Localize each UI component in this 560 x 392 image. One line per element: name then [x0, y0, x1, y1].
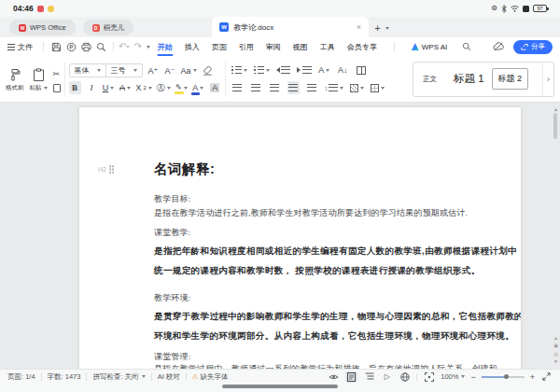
read-mode-button[interactable] — [328, 371, 340, 383]
print-button[interactable] — [79, 40, 92, 53]
decrease-font-button[interactable]: A⁻ — [164, 64, 176, 77]
superscript-button[interactable]: X2 — [136, 81, 152, 94]
find-replace-button[interactable] — [94, 40, 107, 53]
tab-home[interactable]: 开始 — [158, 37, 173, 56]
undo-chevron-icon[interactable] — [126, 46, 130, 49]
search-icon[interactable] — [460, 40, 473, 53]
close-tab-icon[interactable]: × — [357, 22, 361, 32]
cloud-sync-icon[interactable] — [492, 40, 505, 53]
text-effects-button[interactable]: Ⓐ — [157, 81, 171, 94]
tab-review[interactable]: 审阅 — [266, 37, 281, 56]
home-indicator[interactable] — [222, 385, 338, 388]
vertical-scrollbar-thumb[interactable] — [553, 113, 557, 139]
zoom-slider[interactable] — [482, 376, 525, 378]
underline-button[interactable]: U — [103, 81, 115, 94]
align-distribute-button[interactable] — [306, 81, 318, 94]
shading-button[interactable] — [350, 81, 364, 94]
font-size-select[interactable]: 三号 — [106, 65, 142, 76]
italic-button[interactable]: I — [86, 81, 98, 94]
numbered-list-button[interactable] — [254, 63, 270, 77]
scroll-up-icon[interactable]: ▴ — [554, 105, 557, 112]
highlighter-button[interactable]: ✎ — [175, 81, 188, 94]
next-page-icon[interactable]: ▼ — [553, 359, 558, 364]
file-menu-button[interactable]: 文件 — [7, 42, 33, 52]
web-view-button[interactable] — [399, 371, 411, 383]
zoom-out-button[interactable]: − — [470, 372, 475, 382]
play-slideshow-button[interactable]: ▷ — [381, 371, 393, 383]
styles-more-chevron-icon[interactable]: › — [542, 63, 553, 96]
prev-page-icon[interactable]: ▲ — [553, 336, 558, 341]
doc-paragraph[interactable]: 课堂管理: — [154, 351, 191, 363]
doc-paragraph[interactable]: 教学环境: — [154, 292, 191, 304]
spellcheck-toggle[interactable]: 拼写检查: 关闭 — [92, 372, 145, 382]
doc-paragraph[interactable]: 环境和学生学的环境两部分。从内容上构成看，它包括生理环境，物理环境和心理环境。 — [154, 330, 514, 343]
align-center-button[interactable] — [250, 81, 262, 94]
font-name-select[interactable]: 黑体 — [70, 65, 105, 76]
focus-mode-button[interactable] — [423, 371, 435, 383]
toolbar-options-chevron-icon[interactable] — [147, 46, 150, 49]
tab-docer[interactable]: D 稻壳儿 — [83, 20, 134, 35]
text-direction-button[interactable]: A — [318, 63, 330, 77]
increase-indent-button[interactable] — [297, 63, 312, 77]
clear-format-button[interactable] — [202, 64, 214, 77]
cut-icon[interactable]: ✂ — [53, 70, 61, 78]
tab-wps-ai[interactable]: WPS AI — [412, 37, 448, 56]
zoom-in-button[interactable]: + — [530, 372, 535, 382]
redo-icon[interactable]: ↷ — [133, 42, 141, 51]
zoom-level-select[interactable]: 100% — [441, 372, 465, 381]
tab-view[interactable]: 视图 — [293, 37, 308, 56]
document-page[interactable]: H2 名词解释: 教学目标: 是指在教学活动进行之前,教师和学生对教学活动所要达… — [79, 107, 521, 369]
tab-insert[interactable]: 插入 — [185, 37, 200, 56]
tab-list-chevron-icon[interactable] — [385, 27, 389, 30]
paragraph-drag-handle[interactable]: H2 — [98, 165, 115, 174]
save-button[interactable] — [49, 40, 63, 53]
word-count[interactable]: 字数: 1473 — [48, 372, 81, 382]
zoom-slider-knob[interactable] — [504, 374, 509, 379]
strikethrough-button[interactable]: A — [119, 81, 132, 94]
copy-icon[interactable] — [53, 84, 61, 92]
outline-view-button[interactable] — [363, 371, 375, 383]
line-spacing-button[interactable]: ↕ — [325, 81, 344, 94]
new-tab-button[interactable]: + — [374, 22, 380, 34]
share-button[interactable]: 分享 — [513, 40, 553, 54]
browse-page-icon[interactable]: ▣ — [553, 343, 558, 348]
ai-proofread-button[interactable]: AI 校对 — [158, 372, 180, 382]
decrease-indent-button[interactable] — [276, 63, 291, 77]
bullet-list-button[interactable] — [231, 63, 247, 77]
tab-page[interactable]: 页面 — [212, 37, 227, 56]
increase-font-button[interactable]: A⁺ — [147, 64, 160, 77]
tab-tools[interactable]: 工具 — [320, 37, 335, 56]
change-case-button[interactable]: Aa — [181, 64, 197, 77]
export-pdf-button[interactable] — [64, 40, 77, 53]
doc-heading[interactable]: 名词解释: — [154, 161, 215, 178]
align-justify-button[interactable] — [287, 81, 300, 94]
columns-button[interactable] — [356, 63, 368, 77]
doc-paragraph[interactable]: 是指在教学活动进行之前,教师和学生对教学活动所要达到的学习结果的预期或估计. — [154, 207, 468, 219]
missing-font-warning[interactable]: ⚠ 缺失字体 — [192, 372, 229, 382]
style-body-text[interactable]: 正文 — [413, 75, 446, 84]
tab-reference[interactable]: 引用 — [239, 37, 254, 56]
doc-paragraph[interactable]: 是贯穿于教学过程中的影响教师和学生学的生理，物理与心理因素的总和，它包括教师教的 — [154, 311, 521, 323]
tab-member[interactable]: 会员专享 — [347, 37, 377, 56]
borders-button[interactable] — [371, 81, 385, 94]
align-left-button[interactable] — [231, 81, 244, 94]
tab-wps-office[interactable]: W WPS Office — [9, 20, 76, 35]
font-color-button[interactable]: A — [192, 81, 204, 94]
paste-button[interactable]: 粘贴 — [30, 68, 48, 92]
page-count[interactable]: 页面: 1/4 — [7, 372, 35, 382]
doc-paragraph[interactable]: 教学目标: — [154, 193, 191, 205]
select-browse-object-icon[interactable]: ◎ — [553, 352, 557, 357]
doc-paragraph[interactable]: 是指把年龄和知识程度相同或相近的学生编程有固定人数的教学班,由教师根据课程计划中 — [154, 245, 517, 258]
char-shading-button[interactable]: A — [209, 81, 221, 94]
doc-paragraph[interactable]: 统一规定的课程内容和教学时数， 按照学校的课程表进行授课的教学组织形式。 — [154, 265, 481, 277]
undo-icon[interactable]: ↶ — [119, 42, 126, 51]
style-heading-1[interactable]: 标题 1 — [446, 72, 492, 86]
tab-document-active[interactable]: W 教学论.docx × — [212, 17, 369, 37]
format-painter-button[interactable]: 格式刷 — [6, 68, 24, 92]
doc-paragraph[interactable]: 课堂教学: — [154, 227, 191, 239]
page-view-button[interactable] — [345, 371, 357, 383]
bold-button[interactable]: B — [69, 81, 81, 94]
style-heading-2-selected[interactable]: 标题 2 — [492, 68, 529, 90]
fullscreen-button[interactable] — [540, 371, 553, 383]
align-right-button[interactable] — [269, 81, 281, 94]
